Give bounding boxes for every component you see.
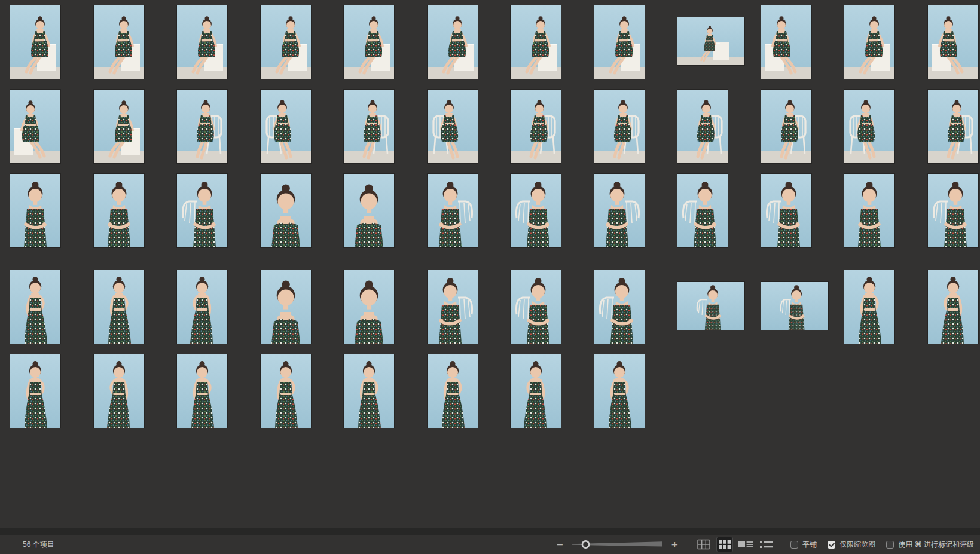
photo-thumbnail[interactable] [261, 90, 311, 163]
photo-figure [428, 270, 478, 344]
photo-thumbnail[interactable] [344, 90, 394, 163]
photo-figure [428, 174, 478, 247]
photo-figure [177, 354, 227, 428]
photo-figure [511, 354, 561, 428]
photo-thumbnail[interactable] [928, 5, 978, 79]
photo-figure [594, 270, 645, 344]
details-view-icon [738, 540, 753, 549]
photo-thumbnail[interactable] [428, 5, 478, 79]
photo-thumbnail[interactable] [511, 270, 561, 344]
photo-thumbnail[interactable] [94, 354, 144, 428]
details-view-button[interactable] [737, 537, 754, 552]
photo-thumbnail[interactable] [761, 282, 828, 330]
photo-figure [177, 174, 227, 247]
item-count-label: 56 个项目 [23, 540, 54, 550]
photo-thumbnail[interactable] [428, 354, 478, 428]
photo-thumbnail[interactable] [177, 270, 227, 344]
photo-thumbnail[interactable] [677, 90, 728, 163]
photo-thumbnail[interactable] [844, 270, 894, 344]
photo-thumbnail[interactable] [177, 90, 227, 163]
photo-figure [94, 5, 144, 79]
photo-figure [94, 354, 144, 428]
photo-thumbnail[interactable] [428, 90, 478, 163]
photo-thumbnail[interactable] [594, 354, 645, 428]
photo-thumbnail[interactable] [761, 90, 811, 163]
photo-figure [677, 17, 744, 65]
photo-thumbnail[interactable] [261, 174, 311, 247]
photo-figure [928, 174, 978, 247]
photo-thumbnail[interactable] [344, 174, 394, 247]
photo-thumbnail[interactable] [344, 270, 394, 344]
checkbox-label: 仅限缩览图 [839, 540, 875, 550]
photo-thumbnail[interactable] [928, 174, 978, 247]
photo-thumbnail[interactable] [594, 5, 645, 79]
photo-figure [261, 354, 311, 428]
photo-thumbnail[interactable] [594, 270, 645, 344]
photo-thumbnail[interactable] [511, 174, 561, 247]
photo-thumbnail[interactable] [594, 90, 645, 163]
photo-thumbnail[interactable] [177, 354, 227, 428]
zoom-out-button[interactable]: − [554, 539, 565, 550]
photo-figure [928, 5, 978, 79]
photo-thumbnail[interactable] [761, 174, 811, 247]
photo-thumbnail[interactable] [844, 90, 894, 163]
photo-thumbnail[interactable] [10, 270, 60, 344]
photo-figure [677, 90, 728, 163]
photo-figure [94, 270, 144, 344]
photo-figure [10, 270, 60, 344]
photo-figure [594, 90, 645, 163]
photo-thumbnail[interactable] [261, 270, 311, 344]
view-mode-buttons [695, 537, 775, 552]
photo-thumbnail[interactable] [94, 90, 144, 163]
photo-thumbnail[interactable] [94, 174, 144, 247]
photo-thumbnail[interactable] [94, 270, 144, 344]
photo-thumbnail[interactable] [511, 5, 561, 79]
photo-figure [261, 90, 311, 163]
photo-thumbnail[interactable] [177, 5, 227, 79]
photo-thumbnail[interactable] [10, 354, 60, 428]
photo-thumbnail[interactable] [344, 5, 394, 79]
photo-thumbnail[interactable] [94, 5, 144, 79]
zoom-in-button[interactable]: + [669, 539, 680, 550]
photo-thumbnail[interactable] [344, 354, 394, 428]
photo-thumbnail[interactable] [677, 174, 728, 247]
thumbnails-view-button[interactable] [716, 537, 733, 552]
photo-figure [261, 5, 311, 79]
zoom-slider-knob[interactable] [582, 541, 589, 547]
photo-thumbnail[interactable] [761, 5, 811, 79]
photo-figure [428, 5, 478, 79]
grid-view-button[interactable] [695, 537, 712, 552]
photo-thumbnail[interactable] [677, 17, 744, 65]
photo-figure [594, 174, 645, 247]
option-checkbox-group[interactable]: 仅限缩览图 [828, 540, 875, 550]
photo-thumbnail[interactable] [177, 174, 227, 247]
photo-thumbnail[interactable] [511, 90, 561, 163]
option-checkbox-group[interactable]: 使用 ⌘ 进行标记和评级 [886, 540, 974, 550]
zoom-slider[interactable] [572, 538, 662, 550]
photo-thumbnail[interactable] [677, 282, 744, 330]
photo-thumbnail[interactable] [844, 5, 894, 79]
photo-figure [844, 174, 894, 247]
photo-figure [344, 354, 394, 428]
photo-thumbnail[interactable] [261, 5, 311, 79]
photo-thumbnail[interactable] [428, 174, 478, 247]
status-bar: 56 个项目 − + [0, 535, 980, 554]
photo-thumbnail[interactable] [10, 90, 60, 163]
photo-thumbnail[interactable] [428, 270, 478, 344]
photo-figure [177, 90, 227, 163]
statusbar-options: 平铺 仅限缩览图 使用 ⌘ 进行标记和评级 [790, 540, 974, 550]
photo-figure [511, 5, 561, 79]
list-view-button[interactable] [758, 537, 775, 552]
photo-thumbnail[interactable] [844, 174, 894, 247]
photo-thumbnail[interactable] [928, 270, 978, 344]
photo-figure [928, 270, 978, 344]
photo-thumbnail[interactable] [261, 354, 311, 428]
photo-thumbnail[interactable] [10, 5, 60, 79]
photo-thumbnail[interactable] [928, 90, 978, 163]
option-checkbox-group[interactable]: 平铺 [790, 540, 817, 550]
photo-thumbnail[interactable] [594, 174, 645, 247]
thumbnail-grid [0, 0, 980, 528]
photo-figure [928, 90, 978, 163]
photo-thumbnail[interactable] [511, 354, 561, 428]
photo-thumbnail[interactable] [10, 174, 60, 247]
